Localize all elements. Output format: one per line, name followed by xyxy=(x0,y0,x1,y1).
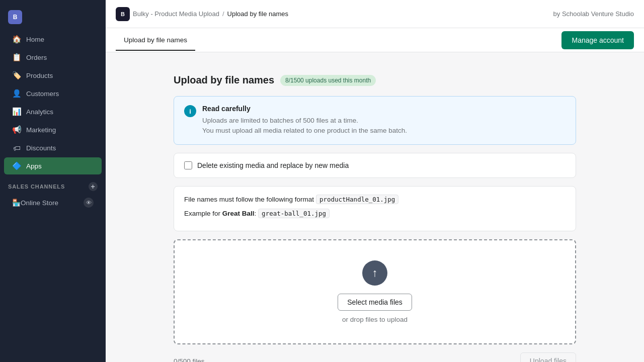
page-title: Upload by file names xyxy=(174,74,274,86)
sidebar-logo-icon: B xyxy=(8,10,22,24)
bottom-bar: 0/500 files Upload files xyxy=(174,352,576,362)
sidebar-item-apps[interactable]: 🔷 Apps xyxy=(4,157,102,174)
sidebar-sales-channels-section: SALES CHANNELS + xyxy=(0,175,106,193)
content-area: Upload by file names 8/1500 uploads used… xyxy=(106,52,644,362)
apps-icon: 🔷 xyxy=(12,161,21,170)
sidebar-item-orders[interactable]: 📋 Orders xyxy=(4,49,102,66)
info-card-text: Uploads are limited to batches of 500 fi… xyxy=(202,116,407,136)
file-count: 0/500 files xyxy=(174,357,205,363)
page-content: Upload by file names 8/1500 uploads used… xyxy=(174,62,576,362)
upload-icon: ↑ xyxy=(362,260,387,286)
checkbox-card: Delete existing media and replace by new… xyxy=(174,153,576,178)
sidebar-item-analytics[interactable]: 📊 Analytics xyxy=(4,103,102,120)
sidebar-item-products[interactable]: 🏷️ Products xyxy=(4,67,102,84)
breadcrumb: B Bulky - Product Media Upload / Upload … xyxy=(116,7,288,21)
sidebar-item-home[interactable]: 🏠 Home xyxy=(4,31,102,48)
format-example-name: Great Ball xyxy=(222,210,255,217)
page-header: Upload by file names 8/1500 uploads used… xyxy=(174,74,576,86)
breadcrumb-current: Upload by file names xyxy=(227,10,288,18)
format-card: File names must follow the following for… xyxy=(174,186,576,232)
tab-upload-by-file-names[interactable]: Upload by file names xyxy=(116,30,195,51)
info-card-content: Read carefully Uploads are limited to ba… xyxy=(202,105,407,136)
marketing-icon: 📢 xyxy=(12,125,21,134)
uploads-badge: 8/1500 uploads used this month xyxy=(280,75,376,86)
format-line2: Example for Great Ball: great-ball_01.jp… xyxy=(184,209,566,219)
drop-label: or drop files to upload xyxy=(185,316,565,323)
delete-media-checkbox[interactable] xyxy=(184,161,192,169)
sidebar-item-discounts[interactable]: 🏷 Discounts xyxy=(4,139,102,156)
breadcrumb-app-name: Bulky - Product Media Upload xyxy=(133,10,219,18)
format-line1: File names must follow the following for… xyxy=(184,195,566,205)
topbar-attribution: by Schoolab Venture Studio xyxy=(553,10,634,18)
topbar: B Bulky - Product Media Upload / Upload … xyxy=(106,0,644,28)
drop-zone[interactable]: ↑ Select media files or drop files to up… xyxy=(174,239,576,344)
sidebar-logo: B xyxy=(0,4,106,30)
analytics-icon: 📊 xyxy=(12,107,21,116)
products-icon: 🏷️ xyxy=(12,71,21,80)
sidebar: B 🏠 Home 📋 Orders 🏷️ Products 👤 Customer… xyxy=(0,0,106,362)
online-store-eye-button[interactable]: 👁 xyxy=(84,198,94,208)
info-card: i Read carefully Uploads are limited to … xyxy=(174,96,576,145)
select-media-files-button[interactable]: Select media files xyxy=(338,294,412,311)
home-icon: 🏠 xyxy=(12,35,21,44)
upload-files-button[interactable]: Upload files xyxy=(520,352,576,362)
add-sales-channel-button[interactable]: + xyxy=(89,182,98,191)
info-card-title: Read carefully xyxy=(202,105,407,113)
format-code: productHandle_01.jpg xyxy=(316,195,399,204)
sidebar-item-customers[interactable]: 👤 Customers xyxy=(4,85,102,102)
main-area: B Bulky - Product Media Upload / Upload … xyxy=(106,0,644,362)
orders-icon: 📋 xyxy=(12,53,21,62)
format-example-code: great-ball_01.jpg xyxy=(258,209,330,218)
discounts-icon: 🏷 xyxy=(12,143,21,152)
info-icon: i xyxy=(184,105,196,117)
manage-account-button[interactable]: Manage account xyxy=(561,31,634,49)
sidebar-item-marketing[interactable]: 📢 Marketing xyxy=(4,121,102,138)
delete-media-checkbox-label[interactable]: Delete existing media and replace by new… xyxy=(184,161,566,169)
customers-icon: 👤 xyxy=(12,89,21,98)
app-logo-icon: B xyxy=(116,7,130,21)
online-store-icon: 🏪 xyxy=(12,199,21,207)
breadcrumb-separator: / xyxy=(222,10,224,18)
tab-bar: Upload by file names Manage account xyxy=(106,28,644,52)
sidebar-item-online-store[interactable]: 🏪 Online Store 👁 xyxy=(4,194,102,212)
